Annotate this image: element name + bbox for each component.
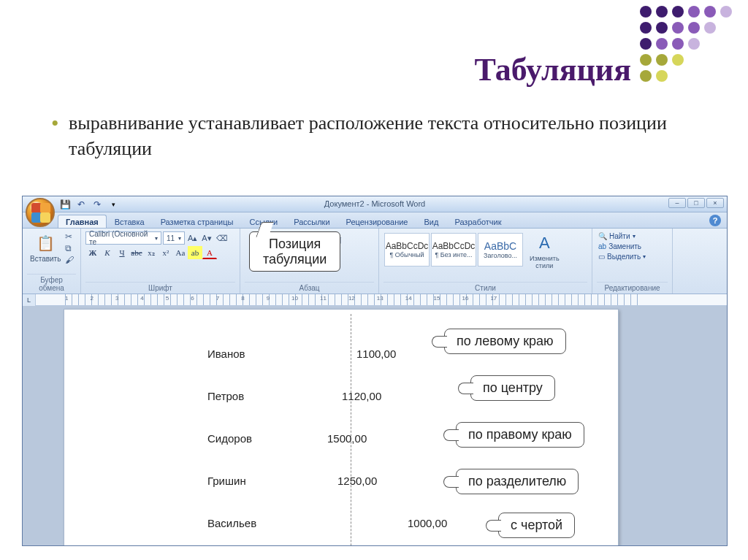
tab-mailings[interactable]: Рассылки xyxy=(286,215,337,228)
word-window: 💾 ↶ ↷ ▾ Документ2 - Microsoft Word – □ ×… xyxy=(22,196,728,546)
ribbon-tabs: Главная Вставка Разметка страницы Ссылки… xyxy=(23,212,727,229)
strike-button[interactable]: abc xyxy=(129,246,144,259)
style-heading[interactable]: AaBbC Заголово... xyxy=(478,233,523,266)
change-case-button[interactable]: Aa xyxy=(173,246,188,259)
maximize-button[interactable]: □ xyxy=(687,198,705,208)
undo-icon[interactable]: ↶ xyxy=(75,199,87,210)
paragraph-group-label: Абзац xyxy=(245,282,374,292)
horizontal-ruler[interactable]: L 1234567891011121314151617 xyxy=(36,294,727,306)
copy-icon[interactable]: ⧉ xyxy=(65,243,74,253)
clipboard-icon: 📋 xyxy=(35,233,56,253)
quick-access-toolbar: 💾 ↶ ↷ ▾ xyxy=(59,199,119,210)
change-styles-icon: A xyxy=(534,233,554,253)
find-button[interactable]: 🔍 Найти▾ xyxy=(597,231,668,241)
redo-icon[interactable]: ↷ xyxy=(91,199,103,210)
underline-button[interactable]: Ч xyxy=(115,246,129,259)
style-no-spacing[interactable]: AaBbCcDc ¶ Без инте... xyxy=(431,233,476,266)
callout-decimal-align: по разделителю xyxy=(456,469,579,494)
ribbon: 📋 Вставить ✂ ⧉ 🖌 Буфер обмена Calibri (О… xyxy=(23,229,727,294)
superscript-button[interactable]: x² xyxy=(159,246,173,259)
clear-format-icon[interactable]: ⌫ xyxy=(215,234,229,243)
replace-button[interactable]: ab Заменить xyxy=(597,242,668,251)
style-normal[interactable]: AaBbCcDc ¶ Обычный xyxy=(384,233,430,266)
table-name-cell: Васильев xyxy=(207,517,256,529)
shrink-font-icon[interactable]: A▾ xyxy=(200,234,213,243)
replace-icon: ab xyxy=(598,242,606,250)
table-name-cell: Гришин xyxy=(207,475,246,487)
table-value-cell: 1120,00 xyxy=(342,390,381,402)
minimize-button[interactable]: – xyxy=(668,198,686,208)
callout-left-align: по левому краю xyxy=(444,329,566,354)
callout-right-align: по правому краю xyxy=(456,422,584,448)
paste-button[interactable]: 📋 Вставить xyxy=(27,231,64,265)
bullet-text: выравнивание устанавливает расположение … xyxy=(51,110,719,161)
table-value-cell: 1100,00 xyxy=(356,348,396,360)
tab-layout[interactable]: Разметка страницы xyxy=(153,215,242,228)
decorative-dots xyxy=(640,6,735,85)
tab-insert[interactable]: Вставка xyxy=(107,215,153,228)
font-color-button[interactable]: A xyxy=(202,246,217,259)
bold-button[interactable]: Ж xyxy=(85,246,100,259)
tab-review[interactable]: Рецензирование xyxy=(338,215,416,228)
styles-group-label: Стили xyxy=(383,282,587,292)
font-name-select[interactable]: Calibri (Основной те▾ xyxy=(85,231,161,245)
save-icon[interactable]: 💾 xyxy=(59,199,71,210)
table-value-cell: 1000,00 xyxy=(408,517,447,529)
document-title: Документ2 - Microsoft Word xyxy=(23,199,727,208)
callout-bar-align: с чертой xyxy=(498,513,575,538)
select-button[interactable]: ▭ Выделить▾ xyxy=(597,252,668,261)
tab-developer[interactable]: Разработчик xyxy=(446,215,509,228)
find-icon: 🔍 xyxy=(598,232,607,240)
qat-dropdown-icon[interactable]: ▾ xyxy=(107,199,119,210)
subscript-button[interactable]: x₂ xyxy=(144,246,159,259)
grow-font-icon[interactable]: A▴ xyxy=(186,234,199,243)
office-button[interactable] xyxy=(26,198,55,227)
highlight-button[interactable]: ab xyxy=(188,246,202,259)
page[interactable]: Иванов 1100,00 Петров 1120,00 Сидоров 15… xyxy=(64,309,619,545)
font-size-select[interactable]: 11▾ xyxy=(163,231,185,245)
table-value-cell: 1500,00 xyxy=(327,432,367,445)
close-button[interactable]: × xyxy=(706,198,724,208)
paste-label: Вставить xyxy=(30,255,61,263)
callout-center-align: по центру xyxy=(470,375,555,401)
format-painter-icon[interactable]: 🖌 xyxy=(65,255,74,265)
font-group-label: Шрифт xyxy=(85,282,235,292)
tab-guide-line xyxy=(351,314,351,545)
editing-group-label: Редактирование xyxy=(597,282,668,292)
tab-home[interactable]: Главная xyxy=(58,215,107,228)
tab-selector[interactable]: L xyxy=(23,294,36,306)
help-icon[interactable]: ? xyxy=(709,215,721,226)
clipboard-group-label: Буфер обмена xyxy=(27,274,76,292)
cut-icon[interactable]: ✂ xyxy=(65,231,74,242)
table-value-cell: 1250,00 xyxy=(337,475,377,487)
table-name-cell: Иванов xyxy=(207,348,245,360)
slide-title: Табуляция xyxy=(0,0,748,96)
table-name-cell: Сидоров xyxy=(207,432,252,445)
italic-button[interactable]: К xyxy=(100,246,115,259)
document-area[interactable]: Иванов 1100,00 Петров 1120,00 Сидоров 15… xyxy=(23,306,727,545)
table-name-cell: Петров xyxy=(207,390,244,402)
slide-bullets: выравнивание устанавливает расположение … xyxy=(0,96,748,169)
tab-view[interactable]: Вид xyxy=(416,215,447,228)
select-icon: ▭ xyxy=(598,253,605,261)
window-titlebar: 💾 ↶ ↷ ▾ Документ2 - Microsoft Word – □ × xyxy=(23,196,727,212)
change-styles-button[interactable]: A Изменить стили xyxy=(527,231,562,271)
callout-tab-position: Позиция табуляции xyxy=(249,231,340,272)
